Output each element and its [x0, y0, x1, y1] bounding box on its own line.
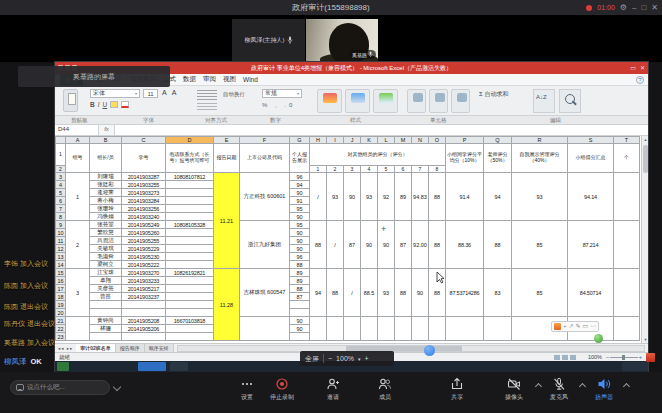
phone-cell[interactable]: [166, 205, 214, 213]
header-peer-index[interactable]: 8: [429, 166, 446, 173]
row-number[interactable]: 5: [56, 189, 66, 197]
peer-score-cell[interactable]: 94.83: [412, 173, 429, 221]
font-format-buttons[interactable]: BIU: [90, 101, 129, 108]
more-icon[interactable]: ⋯: [590, 322, 596, 331]
members-button[interactable]: 成员: [365, 377, 405, 402]
phone-cell[interactable]: [166, 309, 214, 317]
row-number[interactable]: 6: [56, 197, 66, 205]
name-cell[interactable]: 梁柯立: [90, 261, 122, 269]
row-number[interactable]: 17: [56, 285, 66, 293]
indent-buttons[interactable]: [197, 103, 217, 111]
personal-score-cell[interactable]: 95: [290, 221, 310, 229]
personal-score-cell[interactable]: 89: [290, 269, 310, 277]
row-number[interactable]: 18: [56, 293, 66, 301]
peer-score-cell[interactable]: [429, 317, 446, 341]
col-letter[interactable]: B: [90, 137, 122, 144]
personal-score-cell[interactable]: 96: [290, 173, 310, 181]
student-id-cell[interactable]: 20141905255: [122, 237, 166, 245]
notification-icon[interactable]: [646, 353, 655, 362]
chat-expand-icon[interactable]: [113, 383, 121, 391]
arrow-up-right-icon[interactable]: ↗: [569, 322, 574, 331]
header-peer-index[interactable]: 3: [344, 166, 361, 173]
presentation-score-cell[interactable]: 85: [512, 269, 568, 317]
phone-cell[interactable]: [166, 189, 214, 197]
name-cell[interactable]: 吴彦芸: [90, 285, 122, 293]
name-cell[interactable]: 吴敏琪: [90, 245, 122, 253]
peer-score-cell[interactable]: 88.5: [361, 269, 378, 317]
personal-score-cell[interactable]: 95: [290, 205, 310, 213]
sort-filter-button[interactable]: [533, 89, 555, 113]
peer-score-cell[interactable]: /: [327, 221, 344, 269]
phone-cell[interactable]: [166, 213, 214, 221]
header-cut[interactable]: 个: [614, 144, 640, 173]
peer-score-cell[interactable]: [395, 317, 412, 341]
name-cell[interactable]: [90, 333, 122, 341]
taskbar-app[interactable]: [170, 362, 188, 371]
formula-input[interactable]: [115, 125, 648, 135]
company-cell[interactable]: 吉林珠琪 600547: [240, 269, 290, 317]
student-id-cell[interactable]: 20141905230: [122, 253, 166, 261]
col-letter[interactable]: M: [395, 137, 412, 144]
invite-button[interactable]: 邀请: [313, 377, 353, 402]
name-cell[interactable]: 林骊: [90, 325, 122, 333]
student-id-cell[interactable]: [122, 301, 166, 309]
peer-score-cell[interactable]: 90: [412, 269, 429, 317]
total-score-cell[interactable]: 87.214: [568, 221, 614, 269]
peer-score-cell[interactable]: 93: [361, 173, 378, 221]
phone-cell[interactable]: [166, 197, 214, 205]
font-name-select[interactable]: 宋体▾: [90, 89, 140, 98]
insert-cells-button[interactable]: [407, 89, 426, 113]
settings-button[interactable]: 设置: [227, 377, 267, 402]
phone-cell[interactable]: [166, 261, 214, 269]
col-letter[interactable]: P: [446, 137, 484, 144]
phone-cell[interactable]: [166, 333, 214, 341]
sheet-nav-buttons[interactable]: ◂◂ ▸▸: [55, 346, 76, 351]
name-cell[interactable]: 张珊玲: [90, 205, 122, 213]
personal-score-cell[interactable]: 90: [290, 237, 310, 245]
peer-score-cell[interactable]: /: [310, 173, 327, 221]
peer-score-cell[interactable]: 88: [395, 269, 412, 317]
wrap-text-button[interactable]: 自动换行: [223, 91, 245, 98]
company-cell[interactable]: 浙江九好集团: [240, 221, 290, 269]
personal-score-cell[interactable]: 90: [290, 317, 310, 325]
personal-score-cell[interactable]: 88: [290, 285, 310, 293]
row-number[interactable]: 1: [56, 144, 66, 166]
header-total[interactable]: 小组得分汇总: [568, 144, 614, 173]
phone-cell[interactable]: 10808105328: [166, 221, 214, 229]
name-cell[interactable]: 江宝珠: [90, 269, 122, 277]
phone-cell[interactable]: [166, 181, 214, 189]
annotation-toolbar[interactable]: +↗✎▭⋯: [551, 321, 599, 332]
name-cell[interactable]: 毛淑舜: [90, 253, 122, 261]
peer-score-cell[interactable]: [412, 317, 429, 341]
peer-score-cell[interactable]: 93: [327, 173, 344, 221]
annotation-brand-icon[interactable]: [554, 323, 561, 330]
header-peer-index[interactable]: 1: [310, 166, 327, 173]
autosum-button[interactable]: Σ 自动求和: [479, 90, 508, 99]
peer-average-cell[interactable]: 87.53714286: [446, 269, 484, 317]
header-date[interactable]: 报告日期: [214, 144, 240, 173]
cut-cell[interactable]: [614, 221, 640, 269]
close-button[interactable]: ✕: [651, 0, 658, 15]
teacher-score-cell[interactable]: 88: [484, 221, 512, 269]
personal-score-cell[interactable]: 89: [290, 277, 310, 285]
group-no-cell[interactable]: 3: [66, 269, 90, 317]
name-cell[interactable]: 卓翔: [90, 277, 122, 285]
format-cells-button[interactable]: [451, 89, 470, 113]
peer-score-cell[interactable]: [310, 317, 327, 341]
peer-score-cell[interactable]: 89: [395, 173, 412, 221]
name-cell[interactable]: 黄钟尚: [90, 317, 122, 325]
personal-score-cell[interactable]: [290, 309, 310, 317]
report-date-cell[interactable]: 11.28: [214, 269, 240, 341]
col-letter[interactable]: J: [344, 137, 361, 144]
tab-view[interactable]: 视图: [223, 75, 236, 84]
cut-cell[interactable]: [614, 173, 640, 221]
minimize-button[interactable]: –: [632, 0, 636, 15]
phone-cell[interactable]: [166, 245, 214, 253]
col-letter[interactable]: O: [429, 137, 446, 144]
peer-score-cell[interactable]: 87: [344, 221, 361, 269]
col-letter[interactable]: I: [327, 137, 344, 144]
report-date-cell[interactable]: 11.21: [214, 173, 240, 269]
personal-score-cell[interactable]: 94: [290, 181, 310, 189]
tab-wind[interactable]: Wind: [243, 76, 258, 83]
row-number[interactable]: 9: [56, 221, 66, 229]
